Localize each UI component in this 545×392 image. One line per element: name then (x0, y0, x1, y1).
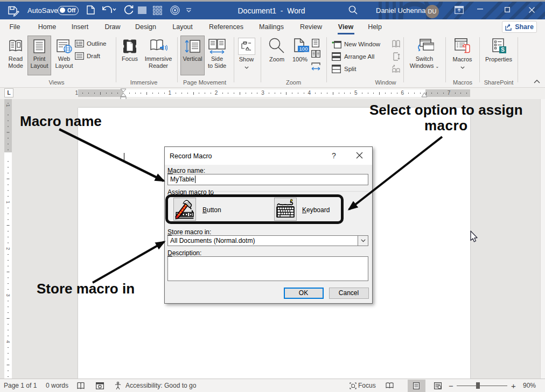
svg-text:S: S (501, 47, 505, 53)
svg-text:100: 100 (299, 46, 308, 52)
